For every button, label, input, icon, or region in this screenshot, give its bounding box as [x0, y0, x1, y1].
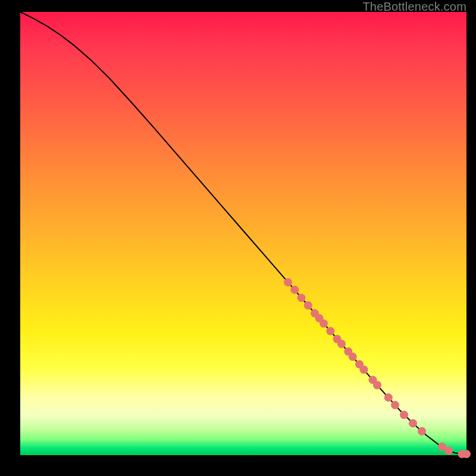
- marker-point: [337, 340, 346, 348]
- marker-point: [384, 393, 393, 402]
- curve-line: [20, 12, 466, 454]
- chart-frame: TheBottleneck.com: [0, 0, 476, 476]
- marker-point: [290, 286, 299, 294]
- marker-point: [418, 427, 426, 436]
- attribution-text: TheBottleneck.com: [362, 0, 466, 14]
- marker-point: [320, 320, 328, 328]
- marker-point: [360, 365, 368, 374]
- chart-overlay: [20, 12, 466, 455]
- marker-point: [409, 419, 417, 427]
- marker-points: [284, 278, 471, 458]
- marker-point: [284, 278, 292, 286]
- marker-point: [444, 447, 453, 455]
- marker-point: [373, 381, 381, 389]
- marker-point: [298, 294, 306, 302]
- marker-point: [462, 450, 471, 458]
- plot-area: [20, 12, 466, 455]
- marker-point: [304, 301, 312, 309]
- marker-point: [326, 327, 334, 335]
- marker-point: [400, 411, 408, 419]
- marker-point: [391, 401, 399, 409]
- marker-point: [349, 353, 357, 361]
